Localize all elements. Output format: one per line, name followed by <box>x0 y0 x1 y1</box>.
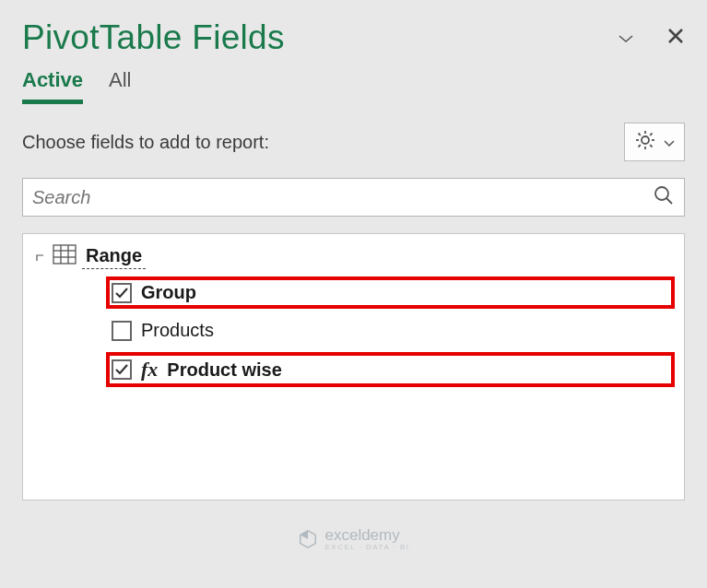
chevron-down-icon <box>664 134 675 150</box>
field-label: Product wise <box>167 359 281 381</box>
checkbox-products[interactable] <box>112 321 132 341</box>
field-label: Group <box>141 282 196 303</box>
brand-subtext: EXCEL · DATA · BI <box>324 543 409 551</box>
field-list: Range Group Products fx Product wise <box>22 233 685 500</box>
fx-icon: fx <box>141 358 158 382</box>
svg-point-0 <box>642 136 649 144</box>
svg-line-5 <box>639 134 641 135</box>
svg-line-8 <box>650 134 652 135</box>
collapse-toggle[interactable] <box>34 250 47 263</box>
checkbox-group[interactable] <box>112 283 132 303</box>
tab-active[interactable]: Active <box>22 68 83 104</box>
instruction-label: Choose fields to add to report: <box>22 132 269 153</box>
field-item-group[interactable]: Group <box>108 278 673 307</box>
brand-text: exceldemy <box>324 526 399 544</box>
field-item-product-wise[interactable]: fx Product wise <box>108 354 673 385</box>
gear-icon <box>634 129 656 155</box>
search-input[interactable] <box>32 187 653 208</box>
tab-all[interactable]: All <box>109 68 131 104</box>
table-icon <box>53 244 77 268</box>
field-label: Products <box>141 320 214 341</box>
tools-button[interactable] <box>624 123 685 161</box>
close-icon[interactable] <box>666 27 685 49</box>
watermark: exceldemy EXCEL · DATA · BI <box>297 526 409 551</box>
svg-line-6 <box>650 145 652 147</box>
panel-title: PivotTable Fields <box>22 18 285 57</box>
brand-icon <box>297 529 317 549</box>
search-box[interactable] <box>22 178 685 217</box>
checkbox-product-wise[interactable] <box>112 359 132 380</box>
svg-rect-11 <box>53 245 76 264</box>
search-icon <box>653 184 675 210</box>
field-item-products[interactable]: Products <box>108 316 673 345</box>
svg-point-9 <box>655 187 668 200</box>
svg-line-10 <box>666 198 672 204</box>
data-source-label[interactable]: Range <box>82 243 146 269</box>
panel-menu-dropdown[interactable] <box>619 29 633 46</box>
svg-line-7 <box>639 145 641 147</box>
